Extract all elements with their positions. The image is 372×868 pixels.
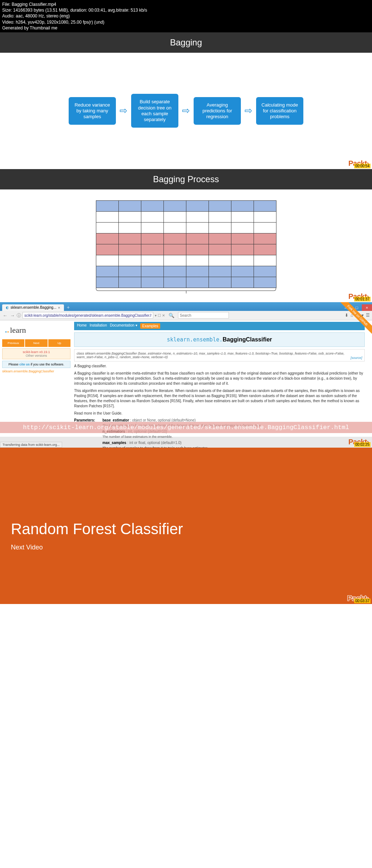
browser-window: ◐ sklearn.ensemble.Bagging... × + — □ × … bbox=[0, 302, 372, 448]
grid-row bbox=[96, 200, 276, 211]
back-icon[interactable]: ← bbox=[2, 313, 8, 318]
thumbnail-timestamp: 00:00:54 bbox=[354, 164, 371, 168]
loading-spinner-icon: ◐ bbox=[6, 305, 9, 309]
sample-grid bbox=[96, 200, 276, 288]
scikit-learn-logo[interactable]: learn bbox=[2, 323, 70, 338]
download-icon[interactable]: ⬇ bbox=[345, 313, 348, 318]
panel1-title: Bagging bbox=[0, 32, 372, 53]
bagging-grid bbox=[0, 189, 372, 302]
signature-text: class sklearn.ensemble.BaggingClassifier… bbox=[77, 352, 344, 359]
doc-title: sklearn.ensemble.BaggingClassifier bbox=[74, 332, 365, 347]
next-video-label: Next Video bbox=[11, 544, 361, 551]
arrow-right-icon: ⇨ bbox=[120, 105, 128, 116]
main-content: Home Installation Documentation ▾ Exampl… bbox=[73, 320, 372, 437]
sidebar-toc-link[interactable]: sklearn.ensemble.BaggingClassifier bbox=[2, 369, 70, 373]
close-tab-icon[interactable]: × bbox=[58, 305, 60, 310]
meta-audio: Audio: aac, 48000 Hz, stereo (eng) bbox=[2, 13, 370, 19]
next-video-panel: Random Forest Classifier Next Video Pack… bbox=[0, 448, 372, 604]
nav-examples[interactable]: Examples bbox=[140, 323, 161, 329]
arrow-right-icon: ⇨ bbox=[244, 105, 252, 116]
param-name: max_samples bbox=[102, 441, 126, 445]
up-link[interactable]: Up bbox=[48, 339, 70, 347]
reader-mode-icon[interactable]: ▾ bbox=[155, 313, 157, 317]
flow-step-4: Calculating mode for classification prob… bbox=[256, 97, 303, 125]
cite-box: Please cite us if you use the software. bbox=[2, 361, 70, 368]
forward-icon[interactable]: → bbox=[9, 313, 15, 318]
url-overlay: http://scikit-learn.org/stable/modules/g… bbox=[0, 422, 372, 433]
grid-row bbox=[96, 266, 276, 277]
grid-row bbox=[96, 211, 276, 222]
flow-step-3: Averaging predictions for regression bbox=[194, 97, 241, 125]
bagging-flow: Reduce variance by taking many samples ⇨… bbox=[0, 53, 372, 169]
thumbnail-timestamp: 00:01:37 bbox=[354, 297, 371, 301]
search-input[interactable] bbox=[178, 312, 229, 319]
close-window-icon[interactable]: × bbox=[362, 304, 372, 311]
meta-file: File: Bagging Classifier.mp4 bbox=[2, 1, 370, 7]
nav-home[interactable]: Home bbox=[77, 323, 87, 329]
browser-tabstrip: ◐ sklearn.ensemble.Bagging... × + — □ × bbox=[0, 302, 372, 311]
meta-generator: Generated by Thumbnail me bbox=[2, 25, 370, 31]
signature-box: class sklearn.ensemble.BaggingClassifier… bbox=[74, 349, 365, 361]
flow-step-1: Reduce variance by taking many samples bbox=[69, 97, 116, 125]
grid-row bbox=[96, 244, 276, 255]
prev-link[interactable]: Previous bbox=[2, 339, 24, 347]
grid-row bbox=[96, 233, 276, 244]
arrow-right-icon: ⇨ bbox=[182, 105, 190, 116]
sidebar: learn Previous Next Up scikit-learn v0.1… bbox=[0, 320, 73, 437]
search-icon: 🔍 bbox=[169, 313, 174, 318]
version-box: scikit-learn v0.19.1 Other versions bbox=[2, 348, 70, 359]
param-row: max_samples : int or float, optional (de… bbox=[74, 441, 365, 445]
url-input[interactable] bbox=[23, 312, 153, 319]
address-bar: ← → i ▾ ☐ ✕ 🔍 ⬇ ⌂ ☆ ▾ ☰ bbox=[0, 311, 372, 320]
nav-doc[interactable]: Documentation ▾ bbox=[110, 323, 137, 329]
long-description-1: A Bagging classifier is an ensemble meta… bbox=[74, 371, 365, 386]
cite-link[interactable]: cite us bbox=[19, 363, 30, 366]
logo-dots-icon bbox=[5, 329, 9, 333]
page-content: learn Previous Next Up scikit-learn v0.1… bbox=[0, 320, 372, 437]
grid-row bbox=[96, 222, 276, 233]
short-description: A Bagging classifier. bbox=[74, 364, 365, 369]
menu-icon[interactable]: ☰ bbox=[366, 313, 370, 318]
grid-row bbox=[96, 277, 276, 288]
panel2-title: Bagging Process bbox=[0, 169, 372, 189]
readmore: Read more in the User Guide. bbox=[74, 411, 365, 416]
stop-icon[interactable]: ✕ bbox=[162, 313, 165, 317]
version-text: scikit-learn v0.19.1 bbox=[4, 350, 69, 354]
brace-icon bbox=[96, 288, 276, 291]
thumbnail-timestamp: 00:02:25 bbox=[354, 442, 371, 447]
info-icon[interactable]: i bbox=[17, 313, 21, 317]
video-metadata: File: Bagging Classifier.mp4 Size: 14166… bbox=[0, 0, 372, 32]
param-desc: The number of base estimators in the ens… bbox=[102, 435, 365, 439]
tab-title: sklearn.ensemble.Bagging... bbox=[11, 305, 56, 309]
reader-view-icon[interactable]: ☐ bbox=[158, 313, 161, 317]
source-link[interactable]: [source] bbox=[351, 356, 362, 360]
meta-size: Size: 14166393 bytes (13.51 MiB), durati… bbox=[2, 7, 370, 13]
long-description-2: This algorithm encompasses several works… bbox=[74, 388, 365, 409]
grid-row bbox=[96, 255, 276, 266]
status-bar: Transferring data from scikit-learn.org.… bbox=[0, 442, 62, 448]
top-nav: Home Installation Documentation ▾ Exampl… bbox=[74, 322, 365, 330]
next-link[interactable]: Next bbox=[25, 339, 47, 347]
flow-step-2: Build separate decision tree on each sam… bbox=[131, 94, 178, 128]
thumbnail-timestamp: 00:03:37 bbox=[354, 599, 371, 603]
module-name: sklearn.ensemble. bbox=[167, 336, 223, 343]
next-video-title: Random Forest Classifier bbox=[11, 520, 361, 538]
nav-install[interactable]: Installation bbox=[90, 323, 107, 329]
class-name: BaggingClassifier bbox=[223, 336, 272, 343]
meta-video: Video: h264, yuv420p, 1920x1080, 25.00 f… bbox=[2, 19, 370, 25]
browser-tab[interactable]: ◐ sklearn.ensemble.Bagging... × bbox=[2, 304, 64, 311]
new-tab-button[interactable]: + bbox=[64, 304, 73, 311]
param-type: : int or float, optional (default=1.0) bbox=[126, 441, 182, 445]
other-versions-link[interactable]: Other versions bbox=[4, 354, 69, 357]
